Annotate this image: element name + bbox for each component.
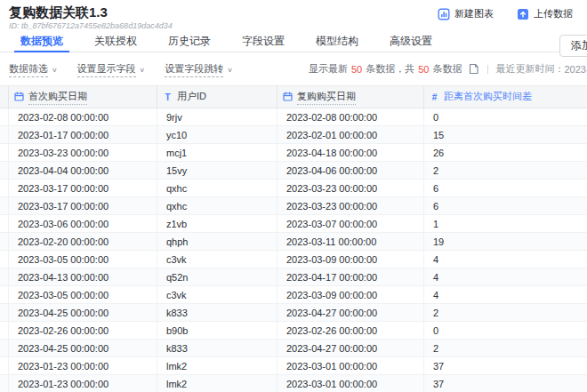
time-diff-cell: 2 <box>424 162 587 179</box>
chevron-down-icon: ∨ <box>52 67 58 74</box>
tab-history[interactable]: 历史记录 <box>160 32 219 52</box>
first-purchase-date-cell: 2023-03-17 00:00:00 <box>9 180 157 196</box>
user-id-cell: c3vk <box>157 251 277 268</box>
new-chart-button[interactable]: 新建图表 <box>438 7 494 20</box>
gutter-cell <box>0 251 9 268</box>
user-id-cell: qhph <box>157 233 277 250</box>
time-diff-cell: 37 <box>424 357 587 374</box>
suffix-text: 条数据 <box>433 62 462 76</box>
upload-data-label: 上传数据 <box>534 7 573 20</box>
gutter-cell <box>0 340 9 356</box>
repurchase-date-cell: 2023-04-06 00:00:00 <box>277 162 424 179</box>
repurchase-date-cell: 2023-02-08 00:00:00 <box>277 108 424 125</box>
column-header-user-id[interactable]: T 用户ID <box>157 86 277 108</box>
table-row[interactable]: 2023-02-08 00:00:00 9rjv 2023-02-08 00:0… <box>0 108 587 126</box>
table-row[interactable]: 2023-02-20 00:00:00 qhph 2023-03-11 00:0… <box>0 233 587 251</box>
user-id-cell: lmk2 <box>157 357 277 374</box>
first-purchase-date-cell: 2023-02-20 00:00:00 <box>9 233 157 250</box>
tab-model-structure[interactable]: 模型结构 <box>308 32 366 52</box>
table-row[interactable]: 2023-03-17 00:00:00 qxhc 2023-03-23 00:0… <box>0 197 587 215</box>
first-purchase-date-cell: 2023-02-26 00:00:00 <box>9 322 157 339</box>
repurchase-date-cell: 2023-03-11 00:00:00 <box>277 233 424 250</box>
edit-note-icon[interactable] <box>468 63 479 75</box>
repurchase-data-page: { "header": { "title": "复购数据关联1.3", "id_… <box>0 0 587 392</box>
table-row[interactable]: 2023-04-25 00:00:00 k833 2023-04-27 00:0… <box>0 340 587 357</box>
gutter-cell <box>0 86 9 108</box>
page-title: 复购数据关联1.3 <box>9 4 108 21</box>
table-row[interactable]: 2023-04-04 00:00:00 15vy 2023-04-06 00:0… <box>0 162 587 180</box>
user-id-cell: lmk2 <box>157 375 277 392</box>
data-table: 首次购买日期 T 用户ID 复购购买日期 # 距离首次购买时间差 2023-02… <box>0 85 587 392</box>
display-fields-label: 设置显示字段 <box>77 62 136 77</box>
first-purchase-date-cell: 2023-03-17 00:00:00 <box>9 197 157 214</box>
table-row[interactable]: 2023-02-26 00:00:00 b90b 2023-02-26 00:0… <box>0 322 587 340</box>
gutter-cell <box>0 162 9 179</box>
tab-data-preview[interactable]: 数据预览 <box>12 32 71 52</box>
field-jump-dropdown[interactable]: 设置字段跳转 ∨ <box>165 62 233 77</box>
gutter-cell <box>0 357 9 374</box>
repurchase-date-cell: 2023-04-18 00:00:00 <box>277 144 424 161</box>
tab-advanced-settings[interactable]: 高级设置 <box>382 32 440 52</box>
table-row[interactable]: 2023-03-05 00:00:00 c3vk 2023-03-09 00:0… <box>0 286 587 304</box>
middle-text: 条数据，共 <box>366 62 414 76</box>
table-row[interactable]: 2023-04-13 00:00:00 q52n 2023-04-17 00:0… <box>0 268 587 286</box>
table-row[interactable]: 2023-04-25 00:00:00 k833 2023-04-27 00:0… <box>0 304 587 322</box>
gutter-cell <box>0 108 9 125</box>
toolbar-status: 显示最新 50 条数据，共 50 条数据 最近更新时间： 2023-08-10 <box>309 62 587 76</box>
display-fields-dropdown[interactable]: 设置显示字段 ∨ <box>77 62 146 77</box>
calendar-icon <box>14 92 24 103</box>
dataset-id: ID: tb_87bf676712a7455e82ba68d19dac4d34 <box>9 21 173 30</box>
first-purchase-date-cell: 2023-03-05 00:00:00 <box>9 251 157 268</box>
field-jump-label: 设置字段跳转 <box>165 62 223 77</box>
table-row[interactable]: 2023-03-06 00:00:00 z1vb 2023-03-07 00:0… <box>0 215 587 233</box>
gutter-cell <box>0 304 9 321</box>
time-diff-cell: 2 <box>424 304 587 321</box>
gutter-cell <box>0 180 9 196</box>
time-diff-cell: 15 <box>424 126 587 143</box>
gutter-cell <box>0 126 9 143</box>
repurchase-date-cell: 2023-04-27 00:00:00 <box>277 304 424 321</box>
table-row[interactable]: 2023-03-17 00:00:00 qxhc 2023-03-23 00:0… <box>0 180 587 197</box>
repurchase-date-cell: 2023-04-17 00:00:00 <box>277 268 424 285</box>
time-diff-cell: 6 <box>424 197 587 214</box>
user-id-cell: qxhc <box>157 197 277 214</box>
total-count: 50 <box>418 64 429 75</box>
repurchase-date-cell: 2023-02-01 00:00:00 <box>277 126 424 143</box>
table-row[interactable]: 2023-03-05 00:00:00 c3vk 2023-03-09 00:0… <box>0 251 587 268</box>
column-label: 首次购买日期 <box>28 90 87 105</box>
upload-data-icon <box>517 8 529 20</box>
number-field-icon: # <box>430 92 439 102</box>
first-purchase-date-cell: 2023-02-08 00:00:00 <box>9 108 157 125</box>
latest-count: 50 <box>351 64 362 75</box>
column-label: 距离首次购买时间差 <box>444 90 532 104</box>
first-purchase-date-cell: 2023-04-04 00:00:00 <box>9 162 157 179</box>
table-row[interactable]: 2023-01-23 00:00:00 lmk2 2023-03-01 00:0… <box>0 357 587 375</box>
table-body: 2023-02-08 00:00:00 9rjv 2023-02-08 00:0… <box>0 108 587 392</box>
user-id-cell: b90b <box>157 322 277 339</box>
repurchase-date-cell: 2023-03-09 00:00:00 <box>277 251 424 268</box>
table-row[interactable]: 2023-01-23 00:00:00 lmk2 2023-03-01 00:0… <box>0 375 587 392</box>
user-id-cell: 9rjv <box>157 108 277 125</box>
gutter-cell <box>0 215 9 232</box>
first-purchase-date-cell: 2023-03-06 00:00:00 <box>9 215 157 232</box>
user-id-cell: z1vb <box>157 215 277 232</box>
data-filter-dropdown[interactable]: 数据筛选 ∨ <box>9 62 58 77</box>
time-diff-cell: 2 <box>424 340 587 356</box>
gutter-cell <box>0 144 9 161</box>
time-diff-cell: 6 <box>424 180 587 196</box>
last-updated-label: 最近更新时间： <box>496 62 565 76</box>
display-prefix: 显示最新 <box>309 62 348 76</box>
upload-data-button[interactable]: 上传数据 <box>517 7 573 20</box>
user-id-cell: k833 <box>157 304 277 321</box>
toolbar-filters: 数据筛选 ∨ 设置显示字段 ∨ 设置字段跳转 ∨ <box>9 62 233 77</box>
column-header-first-purchase-date[interactable]: 首次购买日期 <box>9 86 157 108</box>
table-row[interactable]: 2023-03-23 00:00:00 mcj1 2023-04-18 00:0… <box>0 144 587 162</box>
user-id-cell: c3vk <box>157 286 277 303</box>
table-row[interactable]: 2023-01-17 00:00:00 yc10 2023-02-01 00:0… <box>0 126 587 144</box>
column-header-time-diff[interactable]: # 距离首次购买时间差 <box>424 86 587 108</box>
user-id-cell: 15vy <box>157 162 277 179</box>
tab-field-settings[interactable]: 字段设置 <box>234 32 293 52</box>
tab-link-authorization[interactable]: 关联授权 <box>86 32 145 52</box>
column-header-repurchase-date[interactable]: 复购购买日期 <box>277 86 424 108</box>
first-purchase-date-cell: 2023-04-25 00:00:00 <box>9 340 157 356</box>
